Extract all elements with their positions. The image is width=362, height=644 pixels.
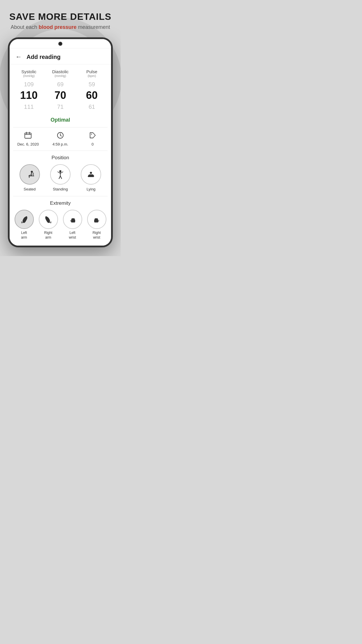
left-wrist-icon-circle	[63, 210, 82, 229]
extremity-right-wrist[interactable]: Rightwrist	[87, 210, 106, 240]
clock-icon	[57, 132, 64, 141]
right-wrist-icon-circle	[87, 210, 106, 229]
extremity-right-arm[interactable]: Rightarm	[39, 210, 58, 240]
pulse-next: 61	[89, 102, 95, 111]
app-header: ← Add reading	[10, 48, 111, 64]
lying-label: Lying	[87, 187, 96, 191]
pulse-label: Pulse	[76, 69, 108, 74]
systolic-unit: (mmHg)	[13, 74, 45, 78]
page-subtitle: About each blood pressure measurement	[9, 24, 111, 30]
systolic-current: 110	[20, 89, 38, 102]
time-item[interactable]: 4:59 p.m.	[44, 132, 77, 146]
svg-line-6	[60, 135, 61, 136]
systolic-prev: 109	[24, 80, 34, 89]
lying-icon-circle	[81, 164, 101, 185]
page-title: SAVE MORE DETAILS	[9, 12, 111, 22]
extremity-section-label: Extremity	[10, 196, 111, 210]
position-lying[interactable]: Lying	[81, 164, 101, 191]
page-header: SAVE MORE DETAILS About each blood press…	[9, 12, 111, 30]
scrollpicker-section: Systolic (mmHg) 109 110 111 Diastolic (m…	[10, 64, 111, 114]
systolic-next: 111	[24, 102, 34, 111]
app-screen-title: Add reading	[27, 54, 61, 60]
pulse-prev: 59	[89, 80, 95, 89]
scrollpicker-row: Systolic (mmHg) 109 110 111 Diastolic (m…	[13, 69, 108, 111]
phone-frame: ← Add reading Systolic (mmHg) 109 110 11…	[8, 37, 113, 247]
meta-row: Dec. 6, 2020 4:59 p.m.	[10, 127, 111, 150]
calendar-icon	[24, 132, 32, 141]
position-seated[interactable]: Seated	[20, 164, 40, 191]
svg-point-11	[90, 172, 92, 174]
extremity-row: Leftarm Rightarm	[10, 210, 111, 246]
svg-rect-13	[71, 218, 75, 220]
diastolic-current: 70	[55, 89, 66, 102]
pulse-current: 60	[86, 89, 98, 102]
extremity-left-wrist[interactable]: Leftwrist	[63, 210, 82, 240]
svg-point-7	[91, 134, 92, 134]
svg-rect-15	[94, 218, 98, 220]
right-wrist-label: Rightwrist	[92, 231, 101, 240]
phone-notch	[10, 39, 111, 48]
seated-icon-circle	[20, 164, 40, 185]
seated-label: Seated	[24, 187, 36, 191]
extremity-left-arm[interactable]: Leftarm	[15, 210, 34, 240]
subtitle-pre: About each	[10, 24, 38, 30]
position-section-label: Position	[10, 151, 111, 164]
systolic-picker[interactable]: Systolic (mmHg) 109 110 111	[13, 69, 45, 111]
diastolic-label: Diastolic	[45, 69, 76, 74]
diastolic-picker[interactable]: Diastolic (mmHg) 69 70 71	[45, 69, 76, 111]
pulse-picker[interactable]: Pulse (bpm) 59 60 61	[76, 69, 108, 111]
standing-icon-circle	[50, 164, 71, 185]
tag-icon	[89, 132, 96, 141]
subtitle-highlight: blood pressure	[38, 24, 76, 30]
pulse-values: 59 60 61	[76, 80, 108, 111]
back-button[interactable]: ←	[15, 53, 22, 61]
standing-label: Standing	[53, 187, 68, 191]
systolic-values: 109 110 111	[13, 80, 45, 111]
diastolic-prev: 69	[57, 80, 64, 89]
left-wrist-label: Leftwrist	[69, 231, 76, 240]
right-arm-label: Rightarm	[44, 231, 52, 240]
svg-rect-0	[25, 133, 31, 138]
systolic-label: Systolic	[13, 69, 45, 74]
date-value: Dec. 6, 2020	[17, 142, 39, 146]
diastolic-values: 69 70 71	[45, 80, 76, 111]
date-item[interactable]: Dec. 6, 2020	[12, 132, 44, 146]
position-row: Seated	[10, 164, 111, 196]
time-value: 4:59 p.m.	[52, 142, 68, 146]
diastolic-unit: (mmHg)	[45, 74, 76, 78]
camera-icon	[58, 42, 62, 46]
left-arm-label: Leftarm	[21, 231, 27, 240]
app-content: ← Add reading Systolic (mmHg) 109 110 11…	[10, 48, 111, 246]
left-arm-icon-circle	[15, 210, 34, 229]
pulse-unit: (bpm)	[76, 74, 108, 78]
diastolic-next: 71	[57, 102, 64, 111]
right-arm-icon-circle	[39, 210, 58, 229]
tag-value: 0	[92, 142, 94, 146]
subtitle-post: measurement	[77, 24, 110, 30]
status-badge: Optimal	[10, 114, 111, 127]
position-standing[interactable]: Standing	[50, 164, 71, 191]
tag-item[interactable]: 0	[76, 132, 109, 146]
